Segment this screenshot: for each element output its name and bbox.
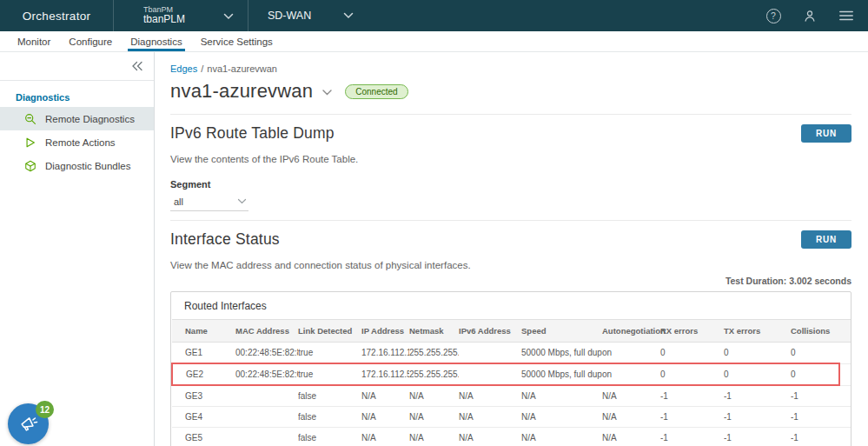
service-name: SD-WAN	[268, 10, 311, 22]
test-duration-text: Test Duration: 3.002 seconds	[170, 276, 851, 286]
column-header-speed: Speed	[521, 320, 602, 343]
top-bar: Orchestrator TbanPM tbanPLM SD-WAN ?	[0, 0, 868, 31]
cell: 172.16.112.132	[361, 343, 409, 364]
chevron-down-icon	[237, 198, 247, 205]
column-header-ipv6-address: IPv6 Address	[459, 320, 521, 343]
cell: GE5	[172, 428, 235, 446]
page-title: nva1-azurevwan	[170, 80, 313, 103]
cell: true	[298, 343, 361, 364]
cell-spacer	[839, 343, 851, 364]
cell: on	[602, 363, 660, 385]
cell: -1	[724, 385, 791, 407]
sidebar-item-remote-diagnostics[interactable]: Remote Diagnostics	[0, 107, 154, 130]
cell-spacer	[839, 428, 851, 446]
cell: N/A	[602, 385, 660, 407]
sidebar-item-remote-actions[interactable]: Remote Actions	[0, 130, 154, 154]
cell: on	[602, 343, 660, 364]
magnifier-icon	[24, 113, 36, 125]
megaphone-icon	[17, 413, 40, 436]
cell-spacer	[839, 363, 851, 385]
column-header-name: Name	[172, 320, 235, 343]
user-icon[interactable]	[802, 8, 818, 23]
breadcrumb: Edges/nva1-azurevwan	[170, 63, 851, 74]
menu-icon[interactable]	[838, 8, 854, 23]
cell: -1	[791, 407, 839, 428]
table-row-ge3[interactable]: GE3falseN/AN/AN/AN/AN/A-1-1-1	[172, 385, 851, 407]
column-header-netmask: Netmask	[409, 320, 459, 343]
package-icon	[24, 160, 36, 172]
edge-dropdown-icon[interactable]	[321, 89, 333, 97]
sidebar-item-label: Remote Actions	[45, 137, 116, 148]
cell: 50000 Mbps, full duplex	[521, 343, 602, 364]
cell: 00:22:48:5E:82:84	[235, 343, 298, 364]
main-content: Edges/nva1-azurevwan nva1-azurevwan Conn…	[155, 52, 868, 446]
cell: N/A	[521, 428, 602, 446]
cell: 0	[660, 363, 724, 385]
tab-diagnostics[interactable]: Diagnostics	[130, 31, 182, 51]
section-description: View the MAC address and connection stat…	[170, 260, 851, 270]
cell	[459, 343, 521, 364]
cell: 0	[724, 363, 791, 385]
cell: N/A	[521, 407, 602, 428]
breadcrumb-current: nva1-azurevwan	[207, 63, 277, 74]
segment-select[interactable]: all	[170, 195, 248, 211]
tab-service-settings[interactable]: Service Settings	[201, 31, 273, 51]
cell	[235, 407, 298, 428]
play-icon	[24, 136, 36, 149]
cell	[459, 363, 521, 385]
cell: -1	[724, 407, 791, 428]
table-row-ge5[interactable]: GE5falseN/AN/AN/AN/AN/A-1-1-1	[172, 428, 851, 446]
tab-configure[interactable]: Configure	[69, 31, 112, 51]
cell: 0	[791, 343, 839, 364]
sidebar-item-label: Diagnostic Bundles	[45, 161, 130, 171]
breadcrumb-separator: /	[201, 63, 203, 74]
column-header-mac-address: MAC Address	[235, 320, 298, 343]
cell: false	[298, 407, 361, 428]
routed-interfaces-card: Routed Interfaces NameMAC AddressLink De…	[170, 291, 851, 446]
section-description: View the contents of the IPv6 Route Tabl…	[170, 154, 851, 164]
segment-select-value: all	[174, 196, 183, 207]
cell: -1	[660, 428, 724, 446]
run-interface-status-button[interactable]: RUN	[801, 230, 851, 249]
announcements-button[interactable]: 12	[8, 403, 49, 444]
sidebar-collapse-row	[0, 52, 154, 81]
cell: N/A	[602, 407, 660, 428]
chevron-down-icon	[343, 10, 354, 22]
cell: 255.255.255.128	[409, 343, 459, 364]
cell: false	[298, 428, 361, 446]
table-title: Routed Interfaces	[171, 292, 851, 319]
segment-label: Segment	[170, 179, 851, 190]
run-ipv6-route-table-button[interactable]: RUN	[801, 124, 851, 143]
sidebar-section-header: Diagnostics	[16, 92, 154, 103]
tab-monitor[interactable]: Monitor	[17, 31, 50, 51]
service-switcher[interactable]: SD-WAN	[248, 0, 366, 31]
table-row-ge2[interactable]: GE200:22:48:5E:82:6Atrue172.16.112.5255.…	[172, 363, 851, 385]
breadcrumb-edges-link[interactable]: Edges	[170, 63, 197, 74]
enterprise-switcher[interactable]: TbanPM tbanPLM	[114, 0, 248, 31]
collapse-sidebar-icon[interactable]	[131, 61, 143, 71]
cell: 255.255.255.128	[409, 363, 459, 385]
cell	[235, 385, 298, 407]
column-header-autonegotiation: Autonegotiation	[602, 320, 660, 343]
column-header-spacer	[839, 320, 851, 343]
table-row-ge1[interactable]: GE100:22:48:5E:82:84true172.16.112.13225…	[172, 343, 851, 364]
sidebar-item-diagnostic-bundles[interactable]: Diagnostic Bundles	[0, 154, 154, 177]
cell: 0	[660, 343, 724, 364]
section-title-interface-status: Interface Status	[170, 230, 280, 249]
cell: GE2	[172, 363, 235, 385]
table-header-row: NameMAC AddressLink DetectedIP AddressNe…	[172, 320, 851, 343]
chevron-down-icon	[223, 8, 234, 23]
cell: 0	[791, 363, 839, 385]
cell: GE1	[172, 343, 235, 364]
cell: N/A	[409, 428, 459, 446]
cell: N/A	[521, 385, 602, 407]
cell: 00:22:48:5E:82:6A	[235, 363, 298, 385]
cell: -1	[660, 385, 724, 407]
table-row-ge4[interactable]: GE4falseN/AN/AN/AN/AN/A-1-1-1	[172, 407, 851, 428]
cell: N/A	[361, 385, 409, 407]
column-header-collisions: Collisions	[791, 320, 839, 343]
column-header-rx-errors: RX errors	[660, 320, 724, 343]
help-icon[interactable]: ?	[765, 8, 781, 23]
cell: N/A	[409, 385, 459, 407]
section-divider	[170, 220, 851, 221]
